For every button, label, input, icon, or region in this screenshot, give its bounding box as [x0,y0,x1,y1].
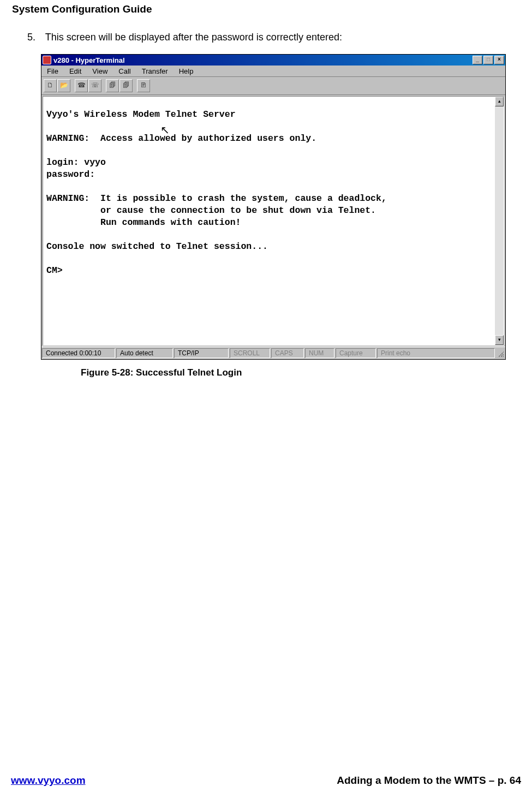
scroll-track[interactable] [495,106,504,335]
minimize-button[interactable]: _ [473,56,482,64]
step-text: This screen will be displayed after the … [45,32,342,43]
status-caps: CAPS [271,348,304,358]
window-title: v280 - HyperTerminal [53,56,473,64]
toolbar-hangup-icon[interactable]: ☏ [88,79,101,92]
status-echo: Print echo [377,348,495,358]
page-footer: www.vyyo.com Adding a Modem to the WMTS … [11,775,521,787]
menu-call[interactable]: Call [116,67,133,75]
footer-page-info: Adding a Modem to the WMTS – p. 64 [337,775,521,787]
window-control-buttons: _ □ × [473,56,504,64]
menubar: File Edit View Call Transfer Help [41,65,505,77]
toolbar-receive-icon[interactable]: 🗐 [119,79,133,92]
toolbar-properties-icon[interactable]: 🖹 [137,79,150,92]
document-page: System Configuration Guide 5. This scree… [0,0,532,792]
toolbar-separator [133,80,136,92]
close-button[interactable]: × [494,56,504,64]
resize-grip-icon[interactable] [496,348,505,358]
titlebar[interactable]: v280 - HyperTerminal _ □ × [41,55,505,65]
toolbar-send-icon[interactable]: 🗐 [106,79,119,92]
step-number: 5. [27,32,43,43]
step-line: 5. This screen will be displayed after t… [27,32,521,43]
status-num: NUM [305,348,334,358]
statusbar: Connected 0:00:10 Auto detect TCP/IP SCR… [41,347,505,359]
vertical-scrollbar[interactable]: ▴ ▾ [495,97,504,345]
terminal-wrap: Vyyo's Wireless Modem Telnet Server WARN… [43,96,504,346]
status-connected: Connected 0:00:10 [42,348,115,358]
menu-view[interactable]: View [90,67,110,75]
scroll-up-button[interactable]: ▴ [495,97,504,106]
toolbar-new-icon[interactable]: 🗋 [44,79,57,92]
menu-transfer[interactable]: Transfer [140,67,170,75]
status-detect: Auto detect [116,348,173,358]
footer-link[interactable]: www.vyyo.com [11,775,86,787]
app-icon [43,56,51,64]
scroll-down-button[interactable]: ▾ [495,335,504,345]
menu-file[interactable]: File [45,67,61,75]
toolbar-call-icon[interactable]: ☎ [75,79,88,92]
menu-help[interactable]: Help [177,67,196,75]
status-protocol: TCP/IP [174,348,229,358]
toolbar: 🗋 📂 ☎ ☏ 🗐 🗐 🖹 [41,77,505,95]
status-scroll: SCROLL [230,348,270,358]
status-capture: Capture [336,348,376,358]
hyperterminal-window: v280 - HyperTerminal _ □ × File Edit Vie… [41,54,506,360]
menu-edit[interactable]: Edit [67,67,83,75]
toolbar-separator [102,80,105,92]
toolbar-open-icon[interactable]: 📂 [57,79,70,92]
toolbar-separator [71,80,74,92]
figure-caption: Figure 5-28: Successful Telnet Login [81,367,521,378]
terminal-output[interactable]: Vyyo's Wireless Modem Telnet Server WARN… [43,97,495,345]
page-title: System Configuration Guide [12,3,521,15]
maximize-button[interactable]: □ [483,56,493,64]
